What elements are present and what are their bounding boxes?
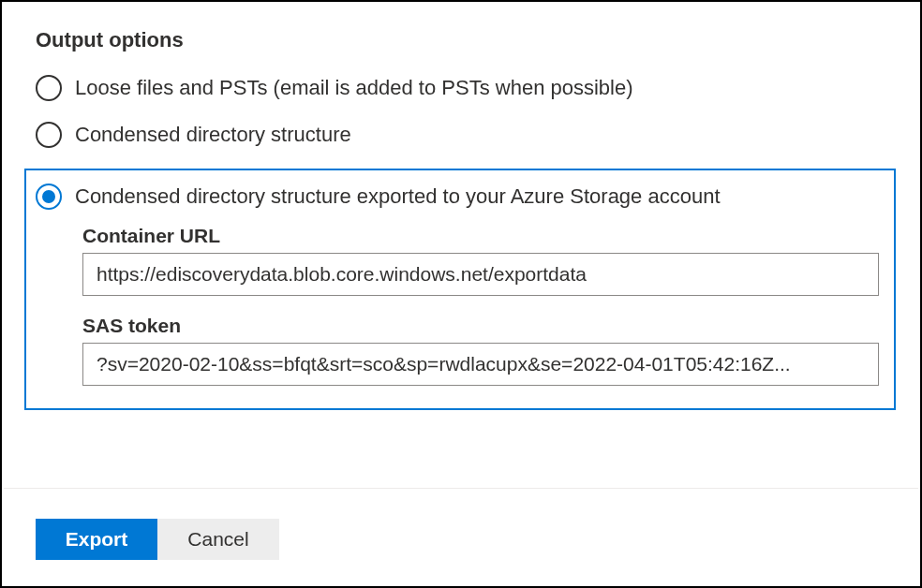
sas-token-input[interactable]	[82, 343, 879, 386]
radio-icon	[36, 122, 62, 148]
container-url-input[interactable]	[82, 253, 879, 296]
radio-icon	[36, 75, 62, 101]
sas-token-label: SAS token	[82, 315, 879, 337]
radio-label: Loose files and PSTs (email is added to …	[75, 76, 633, 100]
radio-label: Condensed directory structure exported t…	[75, 184, 721, 209]
export-button[interactable]: Export	[36, 519, 157, 560]
radio-option-azure[interactable]: Condensed directory structure exported t…	[36, 184, 879, 210]
selected-option-container: Condensed directory structure exported t…	[24, 169, 896, 410]
radio-label: Condensed directory structure	[75, 123, 351, 147]
section-title: Output options	[36, 28, 886, 52]
radio-option-condensed[interactable]: Condensed directory structure	[36, 122, 886, 148]
container-url-field: Container URL	[36, 225, 879, 296]
radio-icon-selected	[36, 184, 62, 210]
sas-token-field: SAS token	[36, 315, 879, 386]
container-url-label: Container URL	[82, 225, 879, 247]
cancel-button[interactable]: Cancel	[157, 519, 279, 560]
radio-option-loose[interactable]: Loose files and PSTs (email is added to …	[36, 75, 886, 101]
footer-divider	[4, 488, 918, 489]
footer-actions: Export Cancel	[36, 519, 279, 560]
output-options-section: Output options Loose files and PSTs (ema…	[2, 2, 920, 410]
